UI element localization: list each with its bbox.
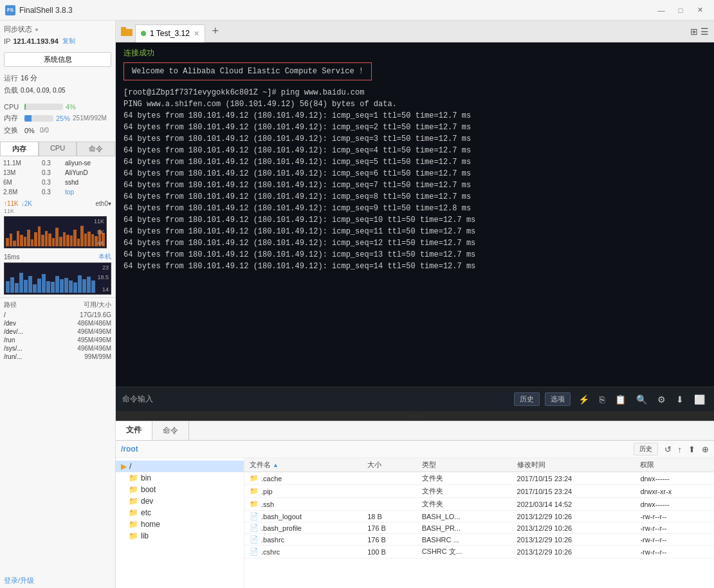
terminal-welcome-text: Welcome to Alibaba Cloud Elastic Compute… bbox=[132, 67, 363, 76]
sysinfo-button[interactable]: 系统信息 bbox=[4, 52, 111, 67]
clipboard-icon[interactable]: 📋 bbox=[612, 393, 628, 406]
terminal-line: 64 bytes from 180.101.49.12 (180.101.49.… bbox=[124, 145, 706, 156]
table-row[interactable]: 📁 .pip 文件夹 2017/10/15 23:24 drwxr-xr-x bbox=[244, 485, 714, 498]
folder-icon: 📁 bbox=[129, 497, 138, 506]
load-row: 负载 0.04, 0.09, 0.05 bbox=[4, 84, 111, 96]
tab-add-button[interactable]: + bbox=[206, 23, 224, 41]
list-view-button[interactable]: ☰ bbox=[700, 26, 709, 37]
table-row: 13M0.3AliYunD bbox=[1, 169, 114, 177]
file-tabs: 文件 命令 bbox=[116, 421, 714, 441]
terminal-area[interactable]: 连接成功 Welcome to Alibaba Cloud Elastic Co… bbox=[116, 42, 714, 387]
tree-item-lib[interactable]: 📁 lib bbox=[116, 530, 244, 542]
terminal-line: 64 bytes from 180.101.49.12 (180.101.49.… bbox=[124, 249, 706, 261]
table-row[interactable]: 📄 .bashrc 176 B BASHRC ... 2013/12/29 10… bbox=[244, 534, 714, 546]
tree-item-root[interactable]: ▶ / bbox=[116, 461, 244, 472]
file-type: BASH_PR... bbox=[417, 522, 512, 534]
maximize-button[interactable]: □ bbox=[672, 4, 690, 17]
file-type: BASH_LO... bbox=[417, 511, 512, 522]
file-icon: 📁 bbox=[250, 487, 259, 495]
file-tab-commands[interactable]: 命令 bbox=[152, 421, 189, 440]
file-icon: 📄 bbox=[250, 512, 259, 520]
download-icon[interactable]: ⬇ bbox=[673, 393, 686, 406]
tree-item-dev[interactable]: 📁 dev bbox=[116, 495, 244, 507]
network-chart: 11K 8K 4K bbox=[4, 216, 107, 248]
up-icon[interactable]: ↑ bbox=[678, 445, 682, 454]
close-button[interactable]: ✕ bbox=[691, 4, 709, 17]
file-history-button[interactable]: 历史 bbox=[634, 443, 658, 455]
sync-row: 同步状态 ● bbox=[4, 23, 111, 35]
app-title: FinalShell 3.8.3 bbox=[19, 6, 73, 15]
tab-close-button[interactable]: ✕ bbox=[194, 30, 199, 38]
grid-view-button[interactable]: ⊞ bbox=[690, 26, 698, 37]
upload-icon[interactable]: ⬆ bbox=[688, 445, 695, 454]
file-tab-files[interactable]: 文件 bbox=[116, 421, 152, 440]
col-name[interactable]: 文件名 ▲ bbox=[244, 458, 362, 472]
table-row[interactable]: 📄 .bash_logout 18 B BASH_LO... 2013/12/2… bbox=[244, 511, 714, 522]
latency-value: 16ms bbox=[4, 253, 19, 261]
gear-icon[interactable]: ⚙ bbox=[655, 393, 668, 406]
latency-chart: 23 18.5 14 bbox=[4, 262, 111, 295]
options-button[interactable]: 选项 bbox=[545, 392, 571, 406]
file-manager: 文件 命令 /root 历史 ↺ ↑ ⬆ ⊕ ▶ / bbox=[116, 421, 714, 588]
terminal-connected-msg: 连接成功 bbox=[124, 48, 706, 59]
ip-label: IP bbox=[4, 37, 10, 45]
file-permissions: drwx------ bbox=[635, 498, 714, 511]
terminal-line: 64 bytes from 180.101.49.12 (180.101.49.… bbox=[124, 168, 706, 179]
net-interface[interactable]: eth0▾ bbox=[96, 200, 111, 207]
copy-icon[interactable]: ⎘ bbox=[597, 393, 607, 406]
table-row[interactable]: 📄 .bash_profile 176 B BASH_PR... 2013/12… bbox=[244, 522, 714, 534]
col-type[interactable]: 类型 bbox=[417, 458, 512, 472]
terminal-line: 64 bytes from 180.101.49.12 (180.101.49.… bbox=[124, 261, 706, 272]
col-size[interactable]: 大小 bbox=[362, 458, 416, 472]
minimize-button[interactable]: — bbox=[652, 4, 670, 17]
folder-icon[interactable] bbox=[120, 24, 134, 39]
disk-row: /run495M/496M bbox=[4, 336, 111, 344]
expand-icon[interactable]: ⬜ bbox=[691, 393, 708, 406]
search-icon[interactable]: 🔍 bbox=[634, 393, 650, 406]
svg-rect-1 bbox=[121, 27, 126, 30]
col-permissions[interactable]: 权限 bbox=[635, 458, 714, 472]
table-row: 11.1M0.3aliyun-se bbox=[1, 159, 114, 167]
tab-cpu[interactable]: CPU bbox=[39, 142, 77, 156]
disk-header: 路径 可用/大小 bbox=[4, 299, 111, 311]
terminal-line: 64 bytes from 180.101.49.12 (180.101.49.… bbox=[124, 156, 706, 168]
lightning-icon[interactable]: ⚡ bbox=[576, 393, 592, 406]
terminal-line: 64 bytes from 180.101.49.12 (180.101.49.… bbox=[124, 179, 706, 191]
terminal-welcome-box: Welcome to Alibaba Cloud Elastic Compute… bbox=[124, 62, 372, 80]
col-modified[interactable]: 修改时间 bbox=[512, 458, 636, 472]
tab-cmd[interactable]: 命令 bbox=[77, 142, 115, 156]
app-icon: FS bbox=[5, 5, 15, 15]
file-size: 176 B bbox=[362, 534, 416, 546]
cmd-input-label: 命令输入 bbox=[122, 394, 153, 405]
tab-mem[interactable]: 内存 bbox=[0, 142, 39, 156]
file-icon: 📁 bbox=[250, 474, 259, 482]
file-content: ▶ / 📁 bin 📁 boot 📁 dev bbox=[116, 458, 714, 588]
login-button[interactable]: 登录/升级 bbox=[4, 576, 111, 585]
tree-item-home[interactable]: 📁 home bbox=[116, 519, 244, 530]
tab-label: 1 Test_3.12 bbox=[150, 29, 190, 38]
tree-item-etc[interactable]: 📁 etc bbox=[116, 507, 244, 519]
disk-row: /dev/...496M/496M bbox=[4, 327, 111, 336]
table-row[interactable]: 📁 .ssh 文件夹 2021/03/14 14:52 drwx------ bbox=[244, 498, 714, 511]
tree-item-bin[interactable]: 📁 bin bbox=[116, 472, 244, 484]
file-icon: 📄 bbox=[250, 524, 259, 532]
refresh-icon[interactable]: ↺ bbox=[664, 445, 672, 454]
network-header: ↑11K ↓2K eth0▾ bbox=[4, 200, 111, 207]
disk-row: /run/...99M/99M bbox=[4, 353, 111, 361]
copy-button[interactable]: 复制 bbox=[62, 37, 75, 46]
latency-section: 16ms 本机 bbox=[0, 251, 115, 297]
terminal-line: 64 bytes from 180.101.49.12 (180.101.49.… bbox=[124, 203, 706, 214]
table-row[interactable]: 📄 .cshrc 100 B CSHRC 文... 2013/12/29 10:… bbox=[244, 546, 714, 558]
history-button[interactable]: 历史 bbox=[514, 392, 540, 406]
runtime-label: 运行 bbox=[4, 73, 18, 83]
runtime-row: 运行 16 分 bbox=[4, 72, 111, 84]
file-permissions: -rw-r--r-- bbox=[635, 522, 714, 534]
table-row[interactable]: 📁 .cache 文件夹 2017/10/15 23:24 drwx------ bbox=[244, 472, 714, 485]
file-type: 文件夹 bbox=[417, 498, 512, 511]
file-size bbox=[362, 485, 416, 498]
terminal-lines: [root@iZbp1f7371evygokk6c801Z ~]# ping w… bbox=[124, 87, 706, 272]
tree-item-boot[interactable]: 📁 boot bbox=[116, 484, 244, 495]
new-folder-icon[interactable]: ⊕ bbox=[702, 445, 709, 454]
tree-label: etc bbox=[141, 508, 151, 517]
active-tab[interactable]: 1 Test_3.12 ✕ bbox=[135, 24, 205, 42]
